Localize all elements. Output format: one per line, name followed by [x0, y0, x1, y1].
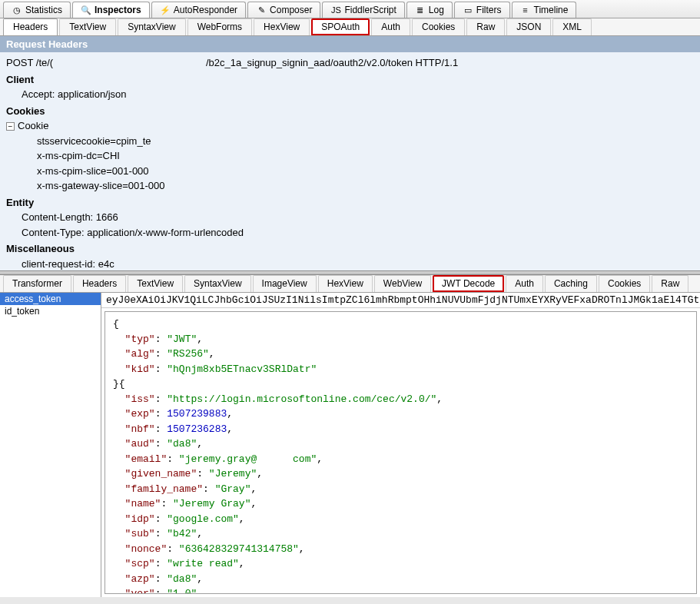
req-tab-headers[interactable]: Headers — [3, 18, 58, 35]
req-tab-cookies[interactable]: Cookies — [412, 18, 465, 35]
main-tab-composer[interactable]: ✎Composer — [247, 2, 320, 18]
tab-label: AutoResponder — [174, 5, 237, 15]
resp-tab-hexview[interactable]: HexView — [318, 275, 373, 292]
tab-label: Log — [429, 5, 444, 15]
request-sub-tabs: HeadersTextViewSyntaxViewWebFormsHexView… — [0, 18, 700, 36]
tab-label: Filters — [476, 5, 502, 15]
token-list: access_tokenid_token — [0, 293, 101, 597]
header-group-miscellaneous: Miscellaneous — [6, 241, 694, 257]
main-tab-filters[interactable]: ▭Filters — [454, 2, 510, 18]
req-tab-raw[interactable]: Raw — [466, 18, 505, 35]
header-group-client: Client — [6, 72, 694, 88]
composer-icon: ✎ — [256, 5, 267, 15]
header-value: Content-Type: application/x-www-form-url… — [6, 225, 694, 241]
section-header: Request Headers — [0, 36, 700, 52]
resp-tab-cookies[interactable]: Cookies — [599, 275, 650, 292]
filters-icon: ▭ — [463, 5, 473, 15]
req-tab-webforms[interactable]: WebForms — [187, 18, 252, 35]
resp-tab-textview[interactable]: TextView — [128, 275, 183, 292]
resp-tab-headers[interactable]: Headers — [73, 275, 126, 292]
resp-tab-syntaxview[interactable]: SyntaxView — [184, 275, 250, 292]
main-tab-fiddlerscript[interactable]: JSFiddlerScript — [322, 2, 404, 18]
req-tab-xml[interactable]: XML — [552, 18, 592, 35]
tab-label: Timeline — [534, 5, 569, 15]
header-group-entity: Entity — [6, 195, 694, 211]
resp-tab-transformer[interactable]: Transformer — [3, 275, 71, 292]
main-tab-log[interactable]: ≣Log — [406, 2, 453, 18]
tab-label: Inspectors — [95, 5, 141, 15]
tab-label: Statistics — [25, 5, 62, 15]
collapse-icon[interactable]: − — [6, 122, 15, 131]
raw-token-text: eyJ0eXAiOiJKV1QiLCJhbGciOiJSUzI1NilsImtp… — [101, 293, 700, 308]
tab-label: FiddlerScript — [344, 5, 396, 15]
token-item-access_token[interactable]: access_token — [0, 293, 101, 305]
header-value: x-ms-cpim-slice=001-000 — [6, 164, 694, 179]
timeline-icon: ≡ — [520, 5, 531, 15]
header-subgroup: −Cookie — [6, 118, 694, 134]
resp-tab-imageview[interactable]: ImageView — [253, 275, 317, 292]
header-group-cookies: Cookies — [6, 104, 694, 119]
main-tab-statistics[interactable]: ◷Statistics — [3, 2, 71, 18]
inspectors-icon: 🔍 — [81, 5, 91, 15]
resp-tab-jwt-decode[interactable]: JWT Decode — [433, 275, 504, 292]
header-value: x-ms-gateway-slice=001-000 — [6, 178, 694, 194]
request-line: POST /te/(/b2c_1a_signup_signin_aad/oaut… — [6, 55, 694, 71]
resp-tab-auth[interactable]: Auth — [506, 275, 543, 292]
autoresponder-icon: ⚡ — [160, 5, 171, 15]
header-value: x-ms-cpim-dc=CHI — [6, 148, 694, 164]
resp-tab-webview[interactable]: WebView — [374, 275, 431, 292]
request-headers-panel: POST /te/(/b2c_1a_signup_signin_aad/oaut… — [0, 52, 700, 270]
tab-label: Composer — [270, 5, 312, 15]
header-value: Accept: application/json — [6, 87, 694, 102]
main-tab-autoresponder[interactable]: ⚡AutoResponder — [151, 2, 246, 18]
resp-tab-caching[interactable]: Caching — [545, 275, 597, 292]
response-sub-tabs: TransformerHeadersTextViewSyntaxViewImag… — [0, 275, 700, 293]
req-tab-textview[interactable]: TextView — [59, 18, 116, 35]
req-tab-hexview[interactable]: HexView — [254, 18, 310, 35]
req-tab-auth[interactable]: Auth — [371, 18, 410, 35]
token-detail: eyJ0eXAiOiJKV1QiLCJhbGciOiJSUzI1NilsImtp… — [101, 293, 700, 597]
log-icon: ≣ — [415, 5, 426, 15]
main-tab-inspectors[interactable]: 🔍Inspectors — [72, 2, 150, 18]
main-tab-timeline[interactable]: ≡Timeline — [512, 2, 577, 18]
req-tab-json[interactable]: JSON — [506, 18, 551, 35]
header-value: client-request-id: e4c — [6, 257, 694, 271]
fiddlerscript-icon: JS — [330, 5, 341, 15]
req-tab-syntaxview[interactable]: SyntaxView — [118, 18, 185, 35]
token-item-id_token[interactable]: id_token — [0, 305, 101, 317]
resp-tab-raw[interactable]: Raw — [652, 275, 688, 292]
req-tab-spoauth[interactable]: SPOAuth — [311, 18, 370, 35]
main-tab-bar: ◷Statistics🔍Inspectors⚡AutoResponder✎Com… — [0, 0, 700, 18]
header-value: Content-Length: 1666 — [6, 210, 694, 225]
jwt-decode-panel: access_tokenid_token eyJ0eXAiOiJKV1QiLCJ… — [0, 293, 700, 597]
header-value: stsservicecookie=cpim_te — [6, 134, 694, 149]
decoded-json: { "typ": "JWT", "alg": "RS256", "kid": "… — [105, 311, 697, 594]
statistics-icon: ◷ — [12, 5, 22, 15]
